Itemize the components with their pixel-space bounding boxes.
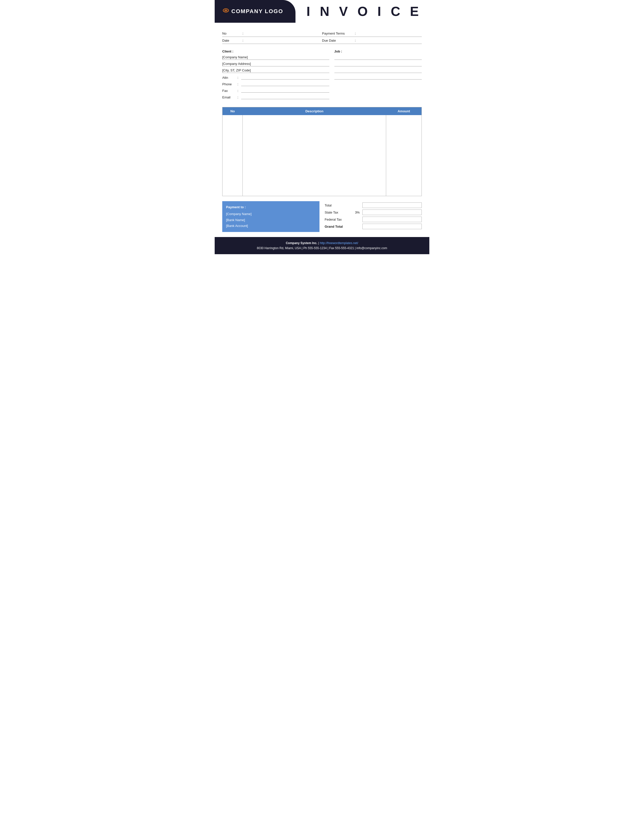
payment-bank-account: [Bank Account] (226, 223, 316, 229)
email-label: Email (222, 95, 237, 99)
job-line-4 (334, 74, 422, 79)
totals-section: Total State Tax 3% Federal Tax Grand Tot… (325, 201, 422, 232)
job-line-3 (334, 68, 422, 73)
total-row: Total (325, 203, 422, 208)
date-label: Date (222, 39, 242, 42)
client-company-address: [Company Address] (222, 61, 329, 66)
state-tax-label: State Tax (325, 211, 355, 214)
federal-tax-row: Federal Tax (325, 217, 422, 222)
client-city: [City, ST, ZIP Code] (222, 68, 329, 73)
no-field-row: No : (222, 30, 322, 37)
grand-total-field (362, 224, 422, 229)
table-col-desc (243, 115, 386, 196)
invoice-table: No Description Amount (222, 107, 422, 196)
table-header: No Description Amount (222, 107, 422, 115)
no-label: No (222, 32, 242, 35)
client-label: Client : (222, 50, 233, 53)
table-col-amount (386, 115, 422, 196)
client-company-name: [Company Name] (222, 55, 329, 60)
info-row-1: No : Payment Terms : (222, 30, 422, 37)
email-row: Email : (222, 94, 329, 99)
phone-colon: : (237, 82, 241, 86)
state-tax-row: State Tax 3% (325, 209, 422, 215)
state-tax-pct: 3% (355, 211, 362, 214)
bottom-section: Payment to : [Company Name] [Bank Name] … (215, 201, 429, 232)
email-value (241, 94, 329, 99)
col-desc-header: Description (243, 109, 386, 113)
fax-value (241, 88, 329, 93)
payment-box: Payment to : [Company Name] [Bank Name] … (222, 201, 319, 232)
no-value (246, 32, 322, 35)
job-line-1 (334, 55, 422, 60)
payment-terms-colon: : (355, 32, 359, 35)
company-logo: COMPANY LOGO (220, 6, 283, 16)
payment-terms-row: Payment Terms : (322, 30, 422, 37)
payment-terms-value (359, 32, 422, 35)
attn-colon: : (237, 76, 241, 79)
attn-value (241, 74, 329, 79)
fax-colon: : (237, 89, 241, 93)
due-date-row: Due Date : (322, 37, 422, 44)
grand-total-row: Grand Total (325, 224, 422, 229)
invoice-title: I N V O I C E (307, 4, 422, 19)
attn-label: Attn (222, 76, 237, 79)
payment-terms-label: Payment Terms (322, 32, 355, 35)
phone-row: Phone : (222, 81, 329, 86)
footer-company: Company System Inc. (286, 241, 317, 245)
job-info: Job : (334, 50, 422, 101)
grand-total-label: Grand Total (325, 225, 355, 228)
job-label: Job : (334, 50, 342, 53)
invoice-title-section: I N V O I C E (295, 0, 429, 23)
fax-label: Fax (222, 89, 237, 93)
payment-title: Payment to : (226, 204, 316, 210)
logo-text: COMPANY LOGO (231, 8, 283, 14)
page-header: COMPANY LOGO I N V O I C E (215, 0, 429, 23)
due-date-label: Due Date (322, 39, 355, 42)
total-field (362, 203, 422, 208)
federal-tax-label: Federal Tax (325, 217, 355, 221)
table-col-no (222, 115, 243, 196)
state-tax-field (362, 209, 422, 215)
date-colon: : (242, 39, 246, 42)
attn-row: Attn : (222, 74, 329, 79)
total-label: Total (325, 203, 355, 207)
client-info: Client : [Company Name] [Company Address… (222, 50, 329, 101)
phone-label: Phone (222, 82, 237, 86)
footer-website[interactable]: http://freewordtemplates.net/ (320, 241, 358, 245)
date-value (246, 39, 322, 42)
due-date-colon: : (355, 39, 359, 42)
payment-bank-name: [Bank Name] (226, 217, 316, 223)
footer: Company System Inc. | http://freewordtem… (215, 237, 429, 254)
table-body (222, 115, 422, 196)
phone-value (241, 81, 329, 86)
email-colon: : (237, 95, 241, 99)
logo-icon (220, 6, 229, 16)
info-section: No : Payment Terms : Date : Due Date : (215, 30, 429, 44)
fax-row: Fax : (222, 88, 329, 93)
col-amount-header: Amount (386, 109, 422, 113)
due-date-value (359, 39, 422, 42)
payment-company-name: [Company Name] (226, 211, 316, 217)
svg-point-1 (224, 9, 227, 11)
footer-line-1: Company System Inc. | http://freewordtem… (220, 241, 424, 246)
date-field-row: Date : (222, 37, 322, 44)
federal-tax-field (362, 217, 422, 222)
no-colon: : (242, 32, 246, 35)
footer-line-2: 8030 Harrington Rd, Miami, USA | Ph 555-… (220, 246, 424, 251)
col-no-header: No (222, 109, 243, 113)
client-job-section: Client : [Company Name] [Company Address… (215, 50, 429, 101)
job-line-2 (334, 61, 422, 66)
logo-section: COMPANY LOGO (215, 0, 295, 23)
info-row-2: Date : Due Date : (222, 37, 422, 44)
